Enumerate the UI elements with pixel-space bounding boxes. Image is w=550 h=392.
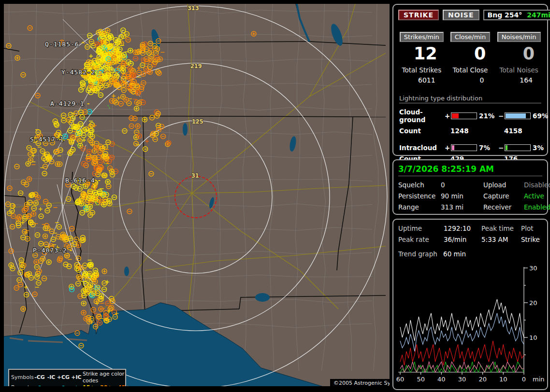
- bearing-distance: 247mi: [527, 11, 550, 19]
- legend-header-row: Symbols -CG -IC +CG +IC Strike age color…: [11, 371, 125, 384]
- close-per-min-button[interactable]: Close/min: [450, 32, 490, 42]
- datetime-display: 3/7/2026 8:25:19 AM: [398, 164, 542, 176]
- svg-text:313: 313: [188, 4, 199, 12]
- svg-text:Y-4582-2: Y-4582-2: [61, 69, 96, 76]
- cg-plus-bar: [451, 112, 477, 119]
- total-strikes-value: 6011: [397, 76, 446, 84]
- plus-sign: +: [445, 144, 451, 152]
- strikes-per-min-value: 12: [397, 44, 446, 63]
- intracloud-label: Intracloud: [399, 144, 445, 152]
- squelch-value: 0: [441, 181, 483, 189]
- svg-text:^: ^: [81, 41, 86, 48]
- persistence-label: Persistence: [398, 192, 441, 200]
- receiver-label: Receiver: [483, 203, 524, 211]
- minus-sign: −: [498, 112, 505, 120]
- svg-text:-: -: [69, 247, 73, 254]
- app-window: { "colors": { "accent_green": "#2ce42c",…: [0, 0, 550, 392]
- count-label: Count: [399, 127, 445, 135]
- upload-label: Upload: [483, 181, 524, 189]
- uptime-label: Uptime: [398, 224, 444, 232]
- cloud-ground-count-row: Count 1248 4158: [399, 127, 544, 135]
- cg-plus-percent: 21%: [479, 112, 498, 120]
- ic-plus-bar: [451, 144, 477, 151]
- receiver-status-panel: 3/7/2026 8:25:19 AM Squelch 0 Upload Dis…: [392, 159, 548, 215]
- ic-plus-percent: 7%: [479, 144, 498, 152]
- svg-text:219: 219: [190, 62, 202, 70]
- strikes-per-min-button[interactable]: Strikes/min: [400, 32, 444, 42]
- svg-text:20: 20: [529, 299, 537, 307]
- legend-symbols-label: Symbols: [11, 374, 33, 381]
- peak-time-value: 5:33 AM: [481, 236, 521, 243]
- intracloud-row: Intracloud + 7% − 3%: [399, 144, 544, 152]
- trend-tick-labels: 1020306050403020100min: [396, 265, 545, 383]
- cg-minus-percent: 69%: [533, 112, 550, 120]
- cloud-ground-label: Cloud-ground: [399, 108, 445, 124]
- cloud-ground-row: Cloud-ground + 21% − 69%: [399, 108, 544, 124]
- cg-minus-count: 4158: [498, 127, 550, 135]
- bearing-label: Bng 254°: [488, 11, 522, 19]
- trend-series-pink: [400, 362, 524, 372]
- svg-text:10: 10: [499, 376, 507, 383]
- svg-text:B-616-4: B-616-4: [65, 177, 95, 184]
- noises-per-min-column: Noises/min 0 Total Noises 164: [494, 32, 543, 84]
- svg-text:A-4129-1: A-4129-1: [50, 100, 85, 107]
- total-strikes-label: Total Strikes: [397, 66, 446, 74]
- legend-col-neg-cg: -CG: [33, 374, 46, 381]
- bearing-readout[interactable]: Bng 254°247mi: [483, 10, 550, 20]
- legend-col-pos-ic: +IC: [70, 374, 83, 381]
- svg-text:0: 0: [522, 376, 526, 383]
- svg-text:P-4073-2: P-4073-2: [33, 247, 67, 254]
- copyright-notice: ©2005 Astrogenic Systems: [330, 379, 390, 386]
- svg-text:10: 10: [529, 334, 537, 341]
- close-per-min-value: 0: [446, 44, 495, 63]
- plot-value[interactable]: Strike: [521, 236, 548, 243]
- map-canvas: 31321912531Q-1185-6^Y-4582-2-A-4129-1-S-…: [4, 4, 390, 386]
- trend-graph-window[interactable]: 60 min: [443, 250, 466, 258]
- svg-text:30: 30: [458, 376, 466, 383]
- legend-age-header: Strike age color codes: [83, 371, 133, 384]
- plus-icon: +: [70, 384, 83, 386]
- peak-rate-value: 36/min: [444, 236, 481, 243]
- total-close-label: Total Close: [446, 66, 495, 74]
- radar-map[interactable]: 31321912531Q-1185-6^Y-4582-2-A-4129-1-S-…: [4, 4, 390, 386]
- minus-sign: −: [498, 144, 505, 152]
- svg-text:30: 30: [529, 265, 537, 272]
- range-label: Range: [398, 203, 441, 211]
- noise-indicator-button[interactable]: NOISE: [443, 10, 479, 20]
- plus-sign: +: [445, 112, 451, 120]
- legend-col-pos-cg: +CG: [57, 374, 70, 381]
- age-30: 30+: [100, 384, 118, 386]
- capture-label: Capture: [483, 192, 524, 200]
- session-trend-panel: Uptime 1292:10 Peak time Plot Peak rate …: [392, 219, 548, 390]
- noises-per-min-button[interactable]: Noises/min: [497, 32, 541, 42]
- age-45: 45+: [118, 384, 133, 386]
- cg-plus-count: 1248: [445, 127, 498, 135]
- svg-text:S-4517-1: S-4517-1: [30, 136, 64, 143]
- strike-indicator-button[interactable]: STRIKE: [398, 10, 439, 20]
- trend-series-light-blue: [400, 313, 524, 351]
- noises-per-min-value: 0: [494, 44, 543, 63]
- trend-graph: 1020306050403020100min: [395, 262, 546, 388]
- legend-col-neg-ic: -IC: [46, 374, 57, 381]
- close-per-min-column: Close/min 0 Total Close 0: [446, 32, 495, 84]
- svg-text:40: 40: [437, 376, 446, 383]
- svg-text:-: -: [98, 69, 102, 76]
- distribution-title: Lightning type distribution: [399, 95, 541, 103]
- trend-series-green: [400, 362, 524, 372]
- svg-text:31: 31: [191, 172, 199, 179]
- age-15: 15+: [83, 384, 100, 386]
- svg-text:Q-1185-6: Q-1185-6: [45, 41, 79, 48]
- peak-time-label: Peak time: [481, 224, 521, 232]
- trend-graph-label: Trend graph: [398, 250, 437, 258]
- legend-recent-row: Recent ⊖ − ⊕ + 15+ 30+ 45+: [11, 384, 125, 386]
- persistence-value: 90 min: [441, 192, 483, 200]
- svg-text:20: 20: [478, 376, 487, 383]
- strikes-per-min-column: Strikes/min 12 Total Strikes 6011: [397, 32, 446, 84]
- svg-text:-: -: [66, 136, 71, 143]
- ic-minus-bar: [505, 144, 531, 151]
- receiver-value: Enabled: [524, 203, 550, 211]
- circle-minus-icon: ⊖: [33, 384, 46, 386]
- svg-text:-: -: [87, 100, 91, 107]
- svg-text:min: min: [533, 376, 545, 383]
- uptime-value: 1292:10: [444, 224, 481, 232]
